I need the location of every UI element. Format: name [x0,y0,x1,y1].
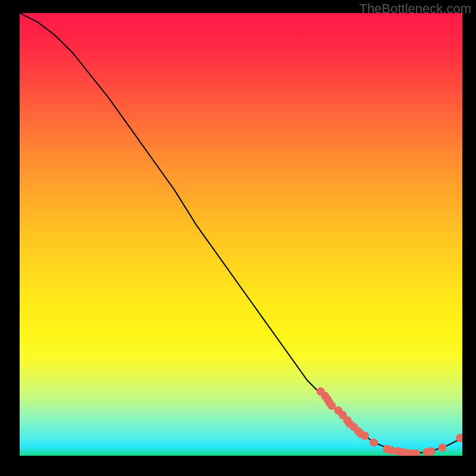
data-points-layer [20,13,462,456]
data-point [427,447,436,456]
data-point [328,402,336,410]
data-point [361,432,369,440]
data-point [369,439,378,447]
watermark-text: TheBottleneck.com [359,1,471,17]
data-point [456,434,462,442]
data-point [439,444,447,452]
